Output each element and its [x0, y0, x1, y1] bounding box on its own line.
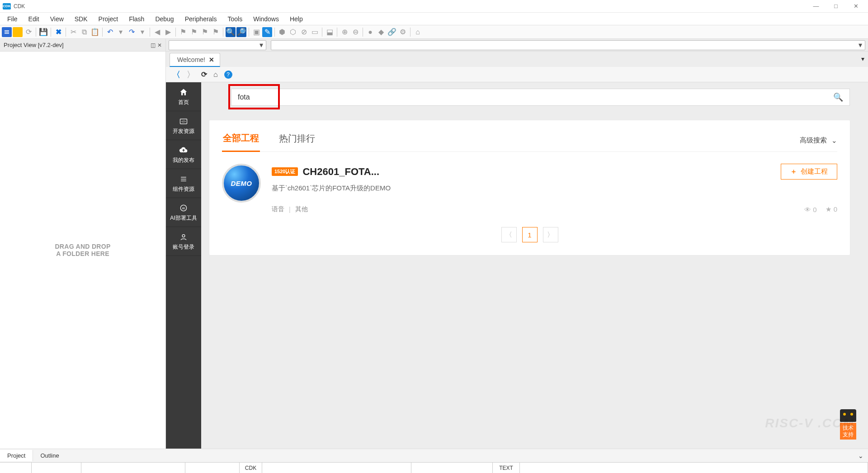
adv-search-label: 高级搜索: [800, 136, 827, 145]
nav-ai-deploy[interactable]: AI AI部署工具: [166, 198, 201, 227]
download-icon[interactable]: ⬓: [325, 27, 335, 37]
debug-step-icon[interactable]: ◆: [376, 27, 386, 37]
bookmark-clear-icon[interactable]: ⚑: [211, 27, 221, 37]
nav-forward-icon[interactable]: 〉: [187, 69, 195, 80]
find-icon[interactable]: 🔍: [226, 27, 236, 37]
debug-link-icon[interactable]: 🔗: [387, 27, 397, 37]
undo-icon[interactable]: ↶: [105, 27, 115, 37]
nav-components[interactable]: 组件资源: [166, 169, 201, 198]
project-view-header: Project View [v7.2-dev] ◫ ✕: [0, 39, 166, 51]
advanced-search[interactable]: 高级搜索 ⌄: [800, 136, 837, 145]
new-file-icon[interactable]: [2, 27, 12, 37]
debug-config-icon[interactable]: ⚙: [398, 27, 408, 37]
nav-publish-label: 我的发布: [173, 156, 194, 164]
tab-welcome[interactable]: Welcome! ✕: [170, 53, 220, 67]
zoom-out-icon[interactable]: ⊖: [350, 27, 360, 37]
tab-all-projects[interactable]: 全部工程: [222, 129, 260, 152]
bookmark-prev-icon[interactable]: ⚑: [189, 27, 199, 37]
window-controls: — □ ✕: [812, 2, 865, 10]
copy-icon[interactable]: ⧉: [79, 27, 89, 37]
tag-other: 其他: [295, 205, 308, 213]
close-x-icon[interactable]: ✖: [53, 27, 63, 37]
project-view-panel: DRAG AND DROP A FOLDER HERE: [0, 52, 166, 449]
minimize-button[interactable]: —: [812, 2, 820, 10]
nav-back-icon[interactable]: ◀: [152, 27, 162, 37]
menu-windows[interactable]: Windows: [248, 14, 284, 24]
open-folder-icon[interactable]: [13, 27, 23, 37]
panel-close-icon[interactable]: ✕: [157, 42, 162, 48]
home-icon[interactable]: ⌂: [413, 27, 423, 37]
result-description: 基于`ch2601`芯片的FOTA升级的DEMO: [272, 184, 837, 193]
target-combo[interactable]: ▾: [271, 40, 865, 50]
plus-icon: ＋: [790, 167, 797, 176]
svg-rect-3: [5, 33, 9, 34]
svg-point-8: [182, 235, 185, 237]
menu-help[interactable]: Help: [284, 14, 308, 24]
menu-view[interactable]: View: [45, 14, 69, 24]
nav-forward-icon[interactable]: ▶: [163, 27, 173, 37]
terminal-icon[interactable]: ▣: [251, 27, 261, 37]
create-project-button[interactable]: ＋ 创建工程: [781, 164, 837, 180]
nav-help-icon[interactable]: ?: [224, 71, 232, 79]
cloud-upload-icon: [179, 146, 188, 155]
project-view-title: Project View [v7.2-dev]: [4, 42, 64, 48]
page-next[interactable]: 〉: [543, 227, 558, 242]
menu-debug[interactable]: Debug: [150, 14, 179, 24]
menu-project[interactable]: Project: [93, 14, 124, 24]
menu-edit[interactable]: Edit: [23, 14, 45, 24]
search-icon[interactable]: 🔍: [833, 92, 843, 102]
nav-my-publish[interactable]: 我的发布: [166, 140, 201, 169]
menu-file[interactable]: File: [2, 14, 23, 24]
save-icon[interactable]: 💾: [38, 27, 48, 37]
bottom-tab-project[interactable]: Project: [0, 450, 33, 461]
tab-close-icon[interactable]: ✕: [209, 56, 214, 63]
bottom-tabs-dropdown-icon[interactable]: ⌄: [858, 452, 868, 459]
bookmark-next-icon[interactable]: ⚑: [200, 27, 210, 37]
zoom-in-icon[interactable]: ⊕: [340, 27, 349, 37]
create-btn-label: 创建工程: [801, 167, 828, 176]
search-input[interactable]: [238, 93, 833, 101]
close-button[interactable]: ✕: [852, 2, 860, 10]
nav-account[interactable]: 账号登录: [166, 227, 201, 256]
menu-sdk[interactable]: SDK: [69, 14, 93, 24]
bookmark-toggle-icon[interactable]: ⚑: [178, 27, 188, 37]
status-text: TEXT: [493, 463, 520, 473]
find-in-files-icon[interactable]: 🔎: [236, 27, 246, 37]
nav-reload-icon[interactable]: ⟳: [201, 70, 207, 79]
clean-icon[interactable]: ▭: [310, 27, 320, 37]
bottom-tab-outline[interactable]: Outline: [33, 450, 66, 461]
page-1[interactable]: 1: [522, 227, 538, 242]
tech-support-widget[interactable]: 技术 支持: [837, 409, 859, 440]
undo-dropdown-icon[interactable]: ▾: [116, 27, 126, 37]
tab-popular[interactable]: 热门排行: [278, 130, 316, 151]
nav-account-label: 账号登录: [173, 243, 194, 251]
paste-icon[interactable]: 📋: [90, 27, 100, 37]
tech-support-label: 技术 支持: [840, 423, 856, 440]
stop-build-icon[interactable]: ⊘: [299, 27, 309, 37]
menu-flash[interactable]: Flash: [123, 14, 150, 24]
nav-back-icon[interactable]: 〈: [172, 69, 180, 80]
redo-icon[interactable]: ↷: [127, 27, 137, 37]
cut-icon[interactable]: ✂: [68, 27, 78, 37]
highlight-icon[interactable]: ✎: [262, 27, 272, 37]
nav-dev-resources[interactable]: </> 开发资源: [166, 111, 201, 140]
menu-tools[interactable]: Tools: [222, 14, 248, 24]
nav-ai-label: AI部署工具: [170, 214, 197, 222]
redo-dropdown-icon[interactable]: ▾: [137, 27, 147, 37]
debug-start-icon[interactable]: ●: [365, 27, 375, 37]
config-combo[interactable]: ▾: [169, 40, 266, 50]
refresh-icon[interactable]: ⟳: [24, 27, 33, 37]
result-title[interactable]: CH2601_FOTA...: [302, 166, 379, 178]
maximize-button[interactable]: □: [832, 2, 840, 10]
tabs-dropdown-icon[interactable]: ▾: [861, 55, 864, 62]
build-icon[interactable]: ⬢: [277, 27, 287, 37]
nav-home-icon[interactable]: ⌂: [213, 71, 218, 79]
search-box[interactable]: 🔍: [231, 89, 850, 106]
panel-restore-icon[interactable]: ◫: [151, 42, 156, 48]
page-prev[interactable]: 〈: [501, 227, 517, 242]
nav-home[interactable]: 首页: [166, 82, 201, 111]
svg-rect-1: [5, 30, 9, 31]
status-bar: CDK TEXT: [0, 462, 868, 473]
rebuild-icon[interactable]: ⬡: [288, 27, 298, 37]
menu-peripherals[interactable]: Peripherals: [179, 14, 222, 24]
